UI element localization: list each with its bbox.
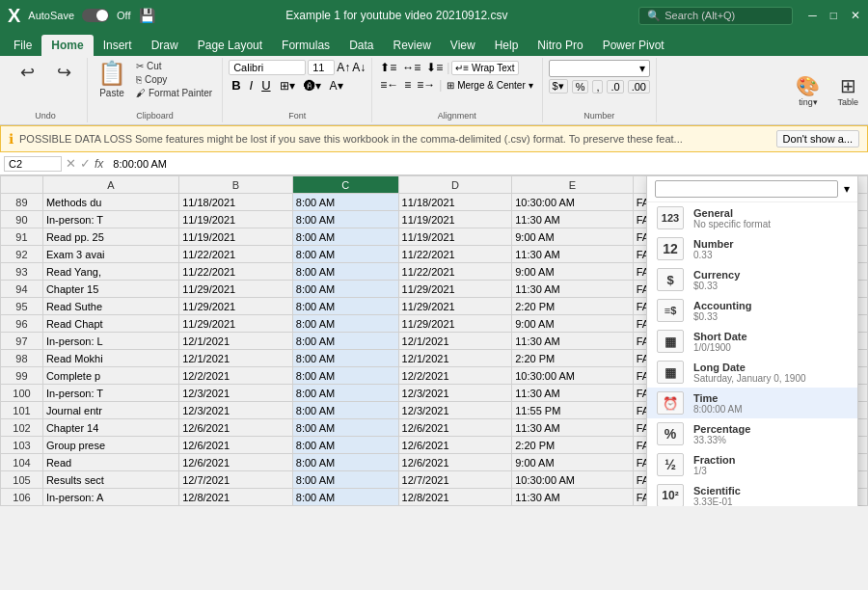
tab-nitro[interactable]: Nitro Pro — [528, 35, 592, 56]
cell-b[interactable]: 11/29/2021 — [179, 298, 293, 315]
cell-b[interactable]: 12/6/2021 — [179, 419, 293, 437]
font-decrease-icon[interactable]: A↓ — [352, 61, 366, 74]
cell-a[interactable]: In-person: L — [42, 333, 178, 350]
search-box[interactable]: 🔍 Search (Alt+Q) — [638, 7, 793, 25]
cell-d[interactable]: 12/3/2021 — [398, 402, 512, 419]
cell-d[interactable]: 12/2/2021 — [398, 367, 512, 385]
conditional-formatting-button[interactable]: 🎨 ting▾ — [790, 72, 826, 109]
cell-a[interactable]: Results sect — [42, 471, 178, 489]
fx-cancel-icon[interactable]: ✕ — [66, 156, 76, 171]
cell-a[interactable]: Chapter 15 — [42, 281, 178, 298]
cell-c[interactable]: 8:00 AM — [292, 489, 398, 506]
cell-d[interactable]: 11/29/2021 — [398, 298, 512, 315]
cell-b[interactable]: 12/3/2021 — [179, 385, 293, 402]
col-header-e[interactable]: E — [512, 176, 634, 194]
cell-b[interactable]: 11/18/2021 — [179, 194, 293, 211]
tab-file[interactable]: File — [4, 35, 41, 56]
tab-review[interactable]: Review — [383, 35, 440, 56]
cell-a[interactable]: Group prese — [42, 437, 178, 454]
format-painter-button[interactable]: 🖌 Format Painter — [132, 87, 216, 99]
format-item-scientific[interactable]: 10² Scientific 3.33E-01 — [647, 480, 857, 506]
cell-e[interactable]: 9:00 AM — [512, 263, 634, 281]
format-item-accounting[interactable]: ≡$ Accounting $0.33 — [647, 295, 857, 326]
cell-a[interactable]: In-person: T — [42, 211, 178, 228]
cell-d[interactable]: 12/6/2021 — [398, 454, 512, 471]
cell-b[interactable]: 11/22/2021 — [179, 246, 293, 263]
cell-b[interactable]: 12/3/2021 — [179, 402, 293, 419]
cell-a[interactable]: In-person: T — [42, 385, 178, 402]
font-name-input[interactable]: Calibri — [229, 60, 306, 75]
paste-button[interactable]: 📋 Paste — [94, 60, 130, 98]
undo-button[interactable]: ↩ — [10, 60, 44, 85]
font-size-input[interactable]: 11 — [308, 60, 335, 75]
cell-a[interactable]: Journal entr — [42, 402, 178, 419]
cell-a[interactable]: Complete p — [42, 367, 178, 385]
align-center-button[interactable]: ≡ — [402, 77, 413, 93]
save-icon[interactable]: 💾 — [139, 8, 155, 23]
formula-input[interactable] — [109, 158, 864, 170]
fill-color-button[interactable]: 🅐▾ — [301, 78, 324, 94]
cell-e[interactable]: 11:30 AM — [512, 385, 634, 402]
cell-b[interactable]: 11/29/2021 — [179, 315, 293, 333]
cell-a[interactable]: Read Yang, — [42, 263, 178, 281]
cell-e[interactable]: 10:30:00 AM — [512, 194, 634, 211]
cell-c[interactable]: 8:00 AM — [292, 315, 398, 333]
format-item-fraction[interactable]: ½ Fraction 1/3 — [647, 449, 857, 480]
cell-a[interactable]: Methods du — [42, 194, 178, 211]
cell-c[interactable]: 8:00 AM — [292, 194, 398, 211]
cell-e[interactable]: 11:30 AM — [512, 333, 634, 350]
format-search-input[interactable] — [655, 180, 838, 198]
cell-d[interactable]: 11/18/2021 — [398, 194, 512, 211]
format-item-percentage[interactable]: % Percentage 33.33% — [647, 418, 857, 449]
cell-c[interactable]: 8:00 AM — [292, 246, 398, 263]
tab-draw[interactable]: Draw — [142, 35, 188, 56]
cell-a[interactable]: Read Suthe — [42, 298, 178, 315]
cell-e[interactable]: 11:30 AM — [512, 489, 634, 506]
cell-b[interactable]: 11/29/2021 — [179, 281, 293, 298]
window-maximize[interactable]: □ — [830, 9, 837, 22]
cell-a[interactable]: Read pp. 25 — [42, 228, 178, 246]
cell-a[interactable]: Chapter 14 — [42, 419, 178, 437]
align-middle-button[interactable]: ↔≡ — [400, 60, 422, 75]
cell-e[interactable]: 2:20 PM — [512, 437, 634, 454]
cell-e[interactable]: 11:30 AM — [512, 246, 634, 263]
cell-e[interactable]: 2:20 PM — [512, 350, 634, 367]
align-left-button[interactable]: ≡← — [378, 77, 400, 93]
font-color-button[interactable]: A▾ — [327, 78, 346, 94]
tab-view[interactable]: View — [441, 35, 485, 56]
tab-formulas[interactable]: Formulas — [272, 35, 339, 56]
cell-b[interactable]: 12/1/2021 — [179, 350, 293, 367]
bold-button[interactable]: B — [229, 77, 243, 94]
cell-e[interactable]: 10:30:00 AM — [512, 367, 634, 385]
cut-button[interactable]: ✂ Cut — [132, 60, 216, 72]
format-item-general[interactable]: 123 General No specific format — [647, 202, 857, 233]
tab-power-pivot[interactable]: Power Pivot — [593, 35, 674, 56]
cell-c[interactable]: 8:00 AM — [292, 471, 398, 489]
cell-c[interactable]: 8:00 AM — [292, 298, 398, 315]
cell-b[interactable]: 12/1/2021 — [179, 333, 293, 350]
cell-e[interactable]: 9:00 AM — [512, 315, 634, 333]
copy-button[interactable]: ⎘ Copy — [132, 73, 216, 86]
col-header-d[interactable]: D — [398, 176, 512, 194]
cell-a[interactable]: Exam 3 avai — [42, 246, 178, 263]
cell-b[interactable]: 12/6/2021 — [179, 437, 293, 454]
cell-e[interactable]: 11:30 AM — [512, 211, 634, 228]
cell-b[interactable]: 12/2/2021 — [179, 367, 293, 385]
redo-button[interactable]: ↪ — [46, 60, 81, 85]
col-header-a[interactable]: A — [42, 176, 178, 194]
decrease-decimal-button[interactable]: .00 — [628, 80, 650, 94]
wrap-text-button[interactable]: ↵≡ Wrap Text — [451, 61, 518, 75]
tab-page-layout[interactable]: Page Layout — [188, 35, 272, 56]
font-increase-icon[interactable]: A↑ — [337, 61, 350, 74]
cell-e[interactable]: 9:00 AM — [512, 228, 634, 246]
tab-data[interactable]: Data — [339, 35, 383, 56]
cell-a[interactable]: Read Mokhi — [42, 350, 178, 367]
tab-insert[interactable]: Insert — [94, 35, 142, 56]
cell-b[interactable]: 12/8/2021 — [179, 489, 293, 506]
autosave-toggle[interactable] — [82, 9, 109, 22]
format-item-long-date[interactable]: ▦ Long Date Saturday, January 0, 1900 — [647, 357, 857, 388]
cell-e[interactable]: 2:20 PM — [512, 298, 634, 315]
cell-a[interactable]: Read — [42, 454, 178, 471]
comma-button[interactable]: , — [592, 80, 603, 94]
cell-c[interactable]: 8:00 AM — [292, 367, 398, 385]
